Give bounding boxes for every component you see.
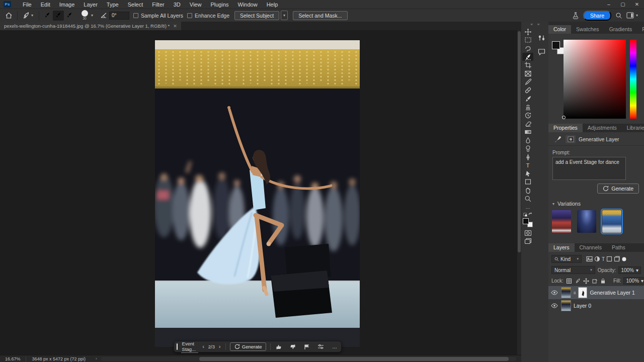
menu-help[interactable]: Help [262,1,283,9]
tab-gradients[interactable]: Gradients [604,25,637,34]
menu-3d[interactable]: 3D [169,1,185,9]
previous-variation-button[interactable]: ‹ [198,344,208,349]
brush-size-picker[interactable]: 30 [79,10,90,22]
crop-tool[interactable] [522,61,533,69]
filter-pixel-layers-icon[interactable] [586,256,593,262]
lock-all-icon[interactable] [600,278,606,284]
variation-thumbnail-2[interactable] [577,210,596,233]
frame-tool[interactable] [522,69,533,78]
pen-tool[interactable] [522,153,533,161]
color-field-marker[interactable] [562,116,566,119]
foreground-color-chip[interactable] [552,41,560,49]
fill-field[interactable]: 100%▾ [623,277,644,285]
history-brush-tool[interactable] [522,111,533,120]
menu-edit[interactable]: Edit [36,1,55,9]
spot-healing-brush-tool[interactable] [522,86,533,95]
prompt-textarea[interactable]: add a Event Stage for dance [552,157,626,180]
zoom-level-field[interactable]: 16.67% [0,356,26,361]
variation-thumbnail-1[interactable] [552,210,571,233]
move-tool[interactable] [522,28,533,36]
brush-mode-add-selection[interactable] [53,11,64,21]
lock-artboard-icon[interactable] [592,278,598,284]
type-tool[interactable]: T [522,161,533,170]
dock-collapse-icon[interactable]: « [537,22,539,27]
share-button[interactable]: Share [583,11,611,21]
tab-swatches[interactable]: Swatches [571,25,604,34]
saturation-brightness-field[interactable] [564,40,626,119]
eraser-tool[interactable] [522,120,533,128]
filter-adjustment-layers-icon[interactable] [594,256,600,262]
brush-mode-new-selection[interactable] [42,11,53,21]
tab-properties[interactable]: Properties [548,124,583,132]
tab-paths[interactable]: Paths [607,243,630,252]
opacity-field[interactable]: 100%▾ [618,266,641,274]
layer-thumbnail[interactable] [561,300,571,311]
layer-visibility-eye-icon[interactable] [550,290,558,295]
horizontal-scrollbar[interactable] [101,357,516,361]
filter-toggle-icon[interactable] [621,256,627,262]
screen-mode-button[interactable] [522,237,533,246]
lock-transparent-pixels-icon[interactable] [566,278,572,284]
edit-toolbar-icon[interactable]: … [522,203,533,211]
menu-type[interactable]: Type [102,1,123,9]
tab-layers[interactable]: Layers [548,243,575,252]
tab-color[interactable]: Color [548,25,571,34]
properties-sliders-icon[interactable] [313,344,328,349]
tab-libraries[interactable]: Libraries [622,124,644,132]
lasso-tool[interactable] [522,44,533,53]
filter-type-layers-icon[interactable]: T [602,256,605,262]
workspace-switcher-icon[interactable]: ▾ [626,12,639,19]
tab-channels[interactable]: Channels [575,243,607,252]
home-icon[interactable] [3,10,15,21]
select-subject-button[interactable]: Select Subject [234,11,279,20]
lock-position-icon[interactable] [583,278,589,284]
tab-patterns[interactable]: Patterns [637,25,644,34]
vertical-scrollbar-thumb[interactable] [518,31,521,252]
layer-row-generative-layer-1[interactable]: 8 Generative Layer 1 [548,286,644,299]
maximize-button[interactable]: ▢ [616,0,630,9]
canvas-pasteboard[interactable] [0,30,517,355]
document-tab[interactable]: pexels-wellington-cunha-1918445.jpg @ 16… [0,22,181,30]
canvas-image[interactable] [155,40,360,347]
menu-view[interactable]: View [185,1,206,9]
dodge-tool[interactable] [522,144,533,153]
foreground-background-colors[interactable] [523,218,533,227]
tech-preview-flask-icon[interactable] [572,12,579,19]
quick-mask-mode-button[interactable] [522,229,533,237]
selection-brush-tool[interactable] [522,53,533,61]
sample-all-layers-checkbox[interactable] [133,13,138,18]
comments-panel-icon[interactable] [536,47,547,57]
foreground-color-chip[interactable] [523,218,529,224]
layer-thumbnail[interactable] [561,287,571,298]
gradient-tool[interactable] [522,128,533,136]
brush-tool[interactable] [522,95,533,103]
horizontal-scrollbar-thumb[interactable] [199,357,509,361]
select-and-mask-button[interactable]: Select and Mask... [293,11,347,20]
taskbar-drag-handle[interactable] [177,343,178,350]
rectangle-tool[interactable] [522,178,533,187]
chevron-down-icon[interactable]: ▾ [90,13,94,18]
blur-tool[interactable] [522,136,533,145]
filter-smart-objects-icon[interactable] [614,256,620,262]
enhance-edge-checkbox[interactable] [187,13,192,18]
lock-image-pixels-icon[interactable] [575,278,581,284]
layer-visibility-eye-icon[interactable] [550,303,558,308]
zoom-tool[interactable] [522,195,533,203]
status-chevron-icon[interactable]: › [92,356,101,361]
report-flag-icon[interactable] [300,344,313,350]
next-variation-button[interactable]: › [215,344,224,349]
brush-mode-subtract-selection[interactable] [64,11,75,21]
menu-plugins[interactable]: Plugins [206,1,233,9]
blend-mode-dropdown[interactable]: Normal ▾ [551,266,595,274]
history-panel-icon[interactable] [536,33,547,43]
variation-thumbnail-3-selected[interactable] [602,210,621,233]
thumbs-up-icon[interactable] [272,344,286,350]
menu-window[interactable]: Window [233,1,262,9]
rectangular-marquee-tool[interactable] [522,36,533,45]
angle-field[interactable]: 0° [109,12,129,20]
menu-image[interactable]: Image [55,1,79,9]
layer-name[interactable]: Layer 0 [574,303,591,309]
variations-header[interactable]: ▾ Variations [548,196,644,209]
clone-stamp-tool[interactable] [522,103,533,111]
vertical-scrollbar[interactable] [517,30,521,355]
